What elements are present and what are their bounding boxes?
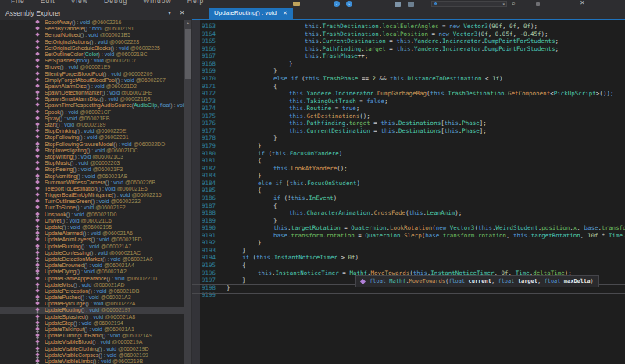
code-line-9195[interactable]: 9195{ — [192, 262, 625, 269]
tree-item-UpdateDying[interactable]: UpdateDying() : void @060021A2 — [0, 269, 184, 275]
tree-item-StopWriting[interactable]: StopWriting() : void @060021C3 — [0, 154, 184, 160]
tree-item-Start[interactable]: Start() : void @06002189 — [0, 122, 184, 128]
tree-item-UpdateAnimLayers[interactable]: UpdateAnimLayers() : void @060021FD — [0, 237, 184, 243]
code-line-9187[interactable]: 9187{ — [192, 202, 625, 210]
sidebar-scrollbar-thumb[interactable] — [185, 29, 191, 79]
code-line-9179[interactable]: 9179} — [192, 142, 625, 150]
tree-item-UpdateRouting[interactable]: UpdateRouting() : void @06002197 — [0, 307, 184, 313]
menu-items[interactable]: File Edit View Debug Window Help — [11, 0, 204, 5]
assembly-combobox[interactable]: ❖ ▾ — [431, 1, 507, 7]
code-area[interactable]: 9163this.TrashDestination.localEulerAngl… — [192, 20, 625, 364]
code-line-9192[interactable]: 9192} — [192, 239, 625, 247]
tree-item-Shove[interactable]: Shove() : void @060021E9 — [0, 64, 184, 70]
tree-item-StopDrinking[interactable]: StopDrinking() : void @0600220E — [0, 128, 184, 134]
code-line-9191[interactable]: 9191base.transform.rotation = Quaternion… — [192, 232, 625, 240]
tree-item-UpdateGameAppearance[interactable]: UpdateGameAppearance() : void @0600221D — [0, 276, 184, 282]
tree-item-UpdateAlarmed[interactable]: UpdateAlarmed() : void @060021A6 — [0, 230, 184, 237]
tree-item-UnWet[interactable]: UnWet() : void @060021C6 — [0, 218, 184, 224]
tree-item-SilentlyForgetBloodPool[interactable]: SilentlyForgetBloodPool() : void @060022… — [0, 71, 184, 77]
tree-item-StopInvestigating[interactable]: StopInvestigating() : void @060021DC — [0, 148, 184, 154]
tree-item-UpdatePerception[interactable]: UpdatePerception() : void @060021DB — [0, 288, 184, 294]
tree-item-SetOutlineColor[interactable]: SetOutlineColor(Color) : void @060021BC — [0, 52, 184, 58]
code-line-9184[interactable]: 9184else if (this.FocusOnStudent) — [192, 180, 625, 187]
tree-item-UpdateTurningOffRadio[interactable]: UpdateTurningOffRadio() : void @060021A9 — [0, 333, 184, 339]
tree-item-StopPeeing[interactable]: StopPeeing() : void @060021F3 — [0, 166, 184, 173]
tree-item-UpdateVisibleLimbs[interactable]: UpdateVisibleLimbs() : void @0600219B — [0, 359, 184, 364]
tree-item-UpdateSplashed[interactable]: UpdateSplashed() : void @060021A8 — [0, 314, 184, 320]
sidebar-scrollbar[interactable]: ▲ — [184, 20, 191, 364]
save-icon[interactable] — [395, 2, 401, 7]
open-folder-icon[interactable] — [293, 2, 300, 6]
navigate-forward-icon[interactable]: › — [346, 1, 352, 7]
tree-item-UpdateMisc[interactable]: UpdateMisc() : void @060021AD — [0, 282, 184, 288]
code-line-9194[interactable]: 9194if (this.InstantNoticeTimer > 0f) — [192, 254, 625, 262]
tree-item-Spook[interactable]: Spook() : void @060021CF — [0, 109, 184, 116]
code-line-9171[interactable]: 9171{ — [192, 83, 625, 91]
tree-item-SimplyForgetAboutBloodPool[interactable]: SimplyForgetAboutBloodPool() : void @060… — [0, 77, 184, 84]
tree-item-UpdateDetectionMarker[interactable]: UpdateDetectionMarker() : void @060021A0 — [0, 256, 184, 262]
code-line-9190[interactable]: 9190this.targetRotation = Quaternion.Loo… — [192, 224, 625, 232]
code-line-9165[interactable]: 9165this.CurrentDestination = this.Yande… — [192, 37, 625, 45]
code-line-9183[interactable]: 9183} — [192, 172, 625, 180]
code-line-9172[interactable]: 9172this.Yandere.Incinerator.DumpGarbage… — [192, 90, 625, 98]
toolbar-options-icon[interactable] — [536, 2, 540, 6]
code-line-9186[interactable]: 9186if (!this.InEvent) — [192, 194, 625, 202]
tree-item-TriggerBeatEmUpMinigame[interactable]: TriggerBeatEmUpMinigame() : void @060022… — [0, 192, 184, 198]
tree-item-SeenByYandere[interactable]: SeenByYandere() : bool @06002191 — [0, 26, 184, 32]
tree-item-UpdatePyroUrge[interactable]: UpdatePyroUrge() : void @0600222A — [0, 301, 184, 307]
tree-item-SenpaiNoticed[interactable]: SenpaiNoticed() : void @060021B5 — [0, 32, 184, 38]
tree-item-UpdatePushed[interactable]: UpdatePushed() : void @060021A3 — [0, 294, 184, 301]
tree-item-StopFollowingGravureModel[interactable]: StopFollowingGravureModel() : void @0600… — [0, 141, 184, 148]
search-icon[interactable]: ⌕ — [512, 0, 516, 8]
code-line-9168[interactable]: 9168} — [192, 60, 625, 68]
tree-item-SetOriginalActions[interactable]: SetOriginalActions() : void @06002228 — [0, 39, 184, 45]
code-line-9174[interactable]: 9174this.Routine = true; — [192, 105, 625, 112]
tree-item-UpdateDrowned[interactable]: UpdateDrowned() : void @060021A4 — [0, 262, 184, 269]
tree-item-UpdateStop[interactable]: UpdateStop() : void @06002194 — [0, 320, 184, 327]
tree-item-SpawnTimeRespectingAudioSource[interactable]: SpawnTimeRespectingAudioSource(AudioClip… — [0, 102, 184, 109]
tree-item-UpdateVisibleClothing[interactable]: UpdateVisibleClothing() : void @0600219D — [0, 346, 184, 352]
tree-item-TeleportToDestination[interactable]: TeleportToDestination() : void @060021E6 — [0, 186, 184, 192]
code-line-9189[interactable]: 9189} — [192, 217, 625, 225]
code-line-9185[interactable]: 9185{ — [192, 187, 625, 194]
code-line-9163[interactable]: 9163this.TrashDestination.localEulerAngl… — [192, 23, 625, 30]
tree-item-SpawnDetectionMarker[interactable]: SpawnDetectionMarker() : void @060021FE — [0, 90, 184, 96]
tree-item-StopMusic[interactable]: StopMusic() : void @06002203 — [0, 160, 184, 166]
window-position-icon[interactable]: ▾ — [165, 8, 174, 20]
close-icon[interactable]: ✕ — [177, 8, 187, 20]
code-line-9188[interactable]: 9188this.CharacterAnimation.CrossFade(th… — [192, 209, 625, 217]
code-line-9180[interactable]: 9180if (this.FocusOnYandere) — [192, 150, 625, 158]
navigate-back-icon[interactable]: ‹ — [334, 1, 340, 7]
tree-item-UpdateVisibleCorpses[interactable]: UpdateVisibleCorpses() : void @06002199 — [0, 352, 184, 359]
tree-item-SetOriginalScheduleBlocks[interactable]: SetOriginalScheduleBlocks() : void @0600… — [0, 45, 184, 52]
tree-item-UpdateVisibleBlood[interactable]: UpdateVisibleBlood() : void @0600219A — [0, 339, 184, 345]
code-line-9175[interactable]: 9175this.GetDestinations(); — [192, 112, 625, 120]
tree-item-Spray[interactable]: Spray() : void @060021EB — [0, 116, 184, 122]
tab-updaterouting[interactable]: UpdateRouting() : void✕ — [209, 8, 293, 19]
tree-item-SpawnSmallAlarmDisc[interactable]: SpawnSmallAlarmDisc() : void @060021D3 — [0, 96, 184, 102]
tree-item-SummonWitnessCamera[interactable]: SummonWitnessCamera() : void @0600226B — [0, 180, 184, 186]
code-line-9178[interactable]: 9178} — [192, 134, 625, 142]
tree-item-Update[interactable]: Update() : void @06002195 — [0, 224, 184, 230]
code-line-9182[interactable]: 9182this.LookAtYandere(); — [192, 165, 625, 173]
tree-item-StopFollowing[interactable]: StopFollowing() : void @06002231 — [0, 134, 184, 141]
toolbar-close-icon[interactable]: ✕ — [580, 0, 585, 6]
tree-item-Unspook[interactable]: Unspook() : void @060021D0 — [0, 212, 184, 218]
code-line-9164[interactable]: 9164this.TrashDestination.localPosition … — [192, 30, 625, 38]
code-line-9173[interactable]: 9173this.TakingOutTrash = false; — [192, 98, 625, 105]
code-line-9177[interactable]: 9177this.CurrentDestination = this.Desti… — [192, 127, 625, 135]
code-line-9169[interactable]: 9169} — [192, 67, 625, 75]
save-all-icon[interactable] — [408, 2, 414, 7]
scroll-up-icon[interactable]: ▲ — [184, 20, 191, 26]
tree-item-TurnToStone[interactable]: TurnToStone() : void @060021F2 — [0, 205, 184, 211]
tree-item-SetSplashes[interactable]: SetSplashes(bool) : void @060021C7 — [0, 58, 184, 64]
tree-item-SpawnAlarmDisc[interactable]: SpawnAlarmDisc() : void @060021D2 — [0, 84, 184, 90]
code-line-9181[interactable]: 9181{ — [192, 157, 625, 165]
code-line-9176[interactable]: 9176this.Pathfinding.target = this.Desti… — [192, 120, 625, 127]
tree-item-UpdateTalkInput[interactable]: UpdateTalkInput() : void @060021A1 — [0, 327, 184, 333]
tree-item-StopVomiting[interactable]: StopVomiting() : void @060021AB — [0, 173, 184, 180]
tree-item-ScootAway[interactable]: ScootAway() : void @06002216 — [0, 20, 184, 26]
tree-item-UpdateConfessing[interactable]: UpdateConfessing() : void @060021AC — [0, 250, 184, 256]
tab-close-icon[interactable]: ✕ — [283, 10, 288, 16]
code-line-9170[interactable]: 9170else if (this.TrashPhase == 2 && thi… — [192, 75, 625, 83]
